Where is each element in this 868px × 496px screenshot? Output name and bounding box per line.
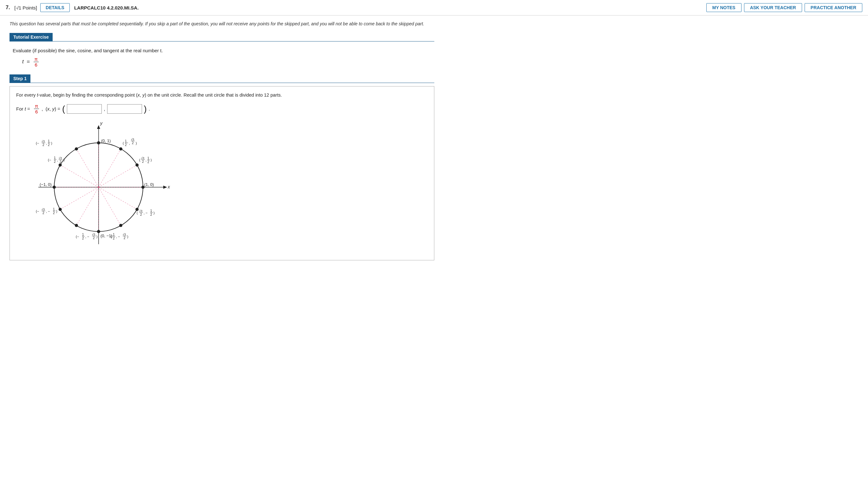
y-input[interactable] xyxy=(107,104,142,114)
svg-text:2: 2 xyxy=(48,143,50,146)
svg-text:2: 2 xyxy=(142,160,144,164)
svg-point-30 xyxy=(135,208,138,211)
practice-another-button[interactable]: PRACTICE ANOTHER xyxy=(805,3,862,12)
unit-circle-container: x y xyxy=(16,121,428,254)
svg-text:√3: √3 xyxy=(42,140,45,143)
comma-separator: , xyxy=(104,106,105,111)
svg-line-12 xyxy=(60,165,99,187)
svg-text:2: 2 xyxy=(150,213,152,216)
svg-point-27 xyxy=(75,224,78,227)
svg-text:2: 2 xyxy=(93,236,95,240)
points-label: [-/1 Points] xyxy=(14,5,37,11)
svg-line-14 xyxy=(60,187,99,210)
svg-text:2: 2 xyxy=(60,160,61,164)
input-fraction: π 6 xyxy=(34,103,39,114)
svg-text:1: 1 xyxy=(54,156,56,160)
svg-point-25 xyxy=(53,186,56,189)
svg-point-24 xyxy=(59,164,62,167)
svg-point-22 xyxy=(97,141,100,144)
svg-text:(−1, 0): (−1, 0) xyxy=(40,182,52,187)
svg-line-15 xyxy=(76,187,99,226)
svg-text:, −: , − xyxy=(116,235,120,238)
svg-text:(−: (− xyxy=(36,210,39,213)
svg-text:, −: , − xyxy=(144,211,148,215)
svg-text:): ) xyxy=(56,210,57,213)
svg-text:): ) xyxy=(136,141,137,145)
svg-text:): ) xyxy=(96,235,98,238)
input-prefix: For t = xyxy=(16,106,31,111)
my-notes-button[interactable]: MY NOTES xyxy=(706,3,742,12)
svg-text:(−: (− xyxy=(48,158,51,162)
unit-circle-svg: x y xyxy=(29,121,181,254)
svg-text:, −: , − xyxy=(46,210,50,213)
step1-section: Step 1 For every t-value, begin by findi… xyxy=(10,74,434,260)
period: . xyxy=(149,106,150,111)
input-mid: , (x, y) = xyxy=(42,106,60,111)
math-display-t: t = π 6 xyxy=(22,56,434,67)
svg-point-21 xyxy=(119,147,122,151)
svg-text:,: , xyxy=(46,141,47,145)
svg-text:2: 2 xyxy=(43,143,44,146)
svg-text:1: 1 xyxy=(48,139,50,143)
svg-text:√3: √3 xyxy=(141,156,144,160)
tutorial-header: Tutorial Exercise xyxy=(10,33,434,42)
svg-text:x: x xyxy=(167,184,170,189)
svg-text:2: 2 xyxy=(82,237,84,240)
svg-text:(0, 1): (0, 1) xyxy=(101,138,111,143)
svg-text:(: ( xyxy=(111,235,112,238)
svg-text:1: 1 xyxy=(125,139,127,143)
svg-text:√3: √3 xyxy=(131,138,134,141)
svg-text:2: 2 xyxy=(147,160,149,164)
svg-point-26 xyxy=(59,208,62,211)
svg-text:√3: √3 xyxy=(42,208,45,211)
svg-text:2: 2 xyxy=(124,236,125,240)
svg-text:1: 1 xyxy=(113,233,115,236)
open-paren: ( xyxy=(62,105,65,113)
svg-point-23 xyxy=(75,147,78,151)
step1-header: Step 1 xyxy=(10,74,434,83)
svg-marker-1 xyxy=(97,125,100,129)
input-row: For t = π 6 , (x, y) = ( , ) . xyxy=(16,103,428,114)
tutorial-instruction: Evaluate (if possible) the sine, cosine,… xyxy=(13,48,434,53)
svg-text:(: ( xyxy=(123,141,124,145)
header-bar: 7. [-/1 Points] DETAILS LARPCALC10 4.2.0… xyxy=(0,0,868,16)
x-input[interactable] xyxy=(67,104,102,114)
problem-code: LARPCALC10 4.2.020.MI.SA. xyxy=(74,5,138,11)
ask-teacher-button[interactable]: ASK YOUR TEACHER xyxy=(744,3,802,12)
tutorial-section: Tutorial Exercise Evaluate (if possible)… xyxy=(10,33,434,67)
step1-content: For every t-value, begin by finding the … xyxy=(10,86,434,260)
svg-marker-3 xyxy=(163,186,167,189)
main-content: This question has several parts that mus… xyxy=(0,16,444,270)
svg-text:2: 2 xyxy=(43,211,44,215)
svg-text:y: y xyxy=(100,121,103,126)
svg-text:,: , xyxy=(129,141,130,145)
svg-text:(−: (− xyxy=(76,235,79,238)
svg-text:1: 1 xyxy=(82,233,84,236)
svg-text:√3: √3 xyxy=(139,210,143,213)
svg-line-17 xyxy=(99,187,121,226)
info-text: This question has several parts that mus… xyxy=(10,20,434,27)
svg-text:1: 1 xyxy=(147,156,149,160)
svg-text:√3: √3 xyxy=(123,233,126,236)
svg-line-11 xyxy=(76,149,99,187)
svg-text:1: 1 xyxy=(150,209,152,213)
svg-line-18 xyxy=(99,187,137,210)
svg-line-8 xyxy=(99,165,137,187)
svg-point-28 xyxy=(97,230,100,233)
svg-text:√3: √3 xyxy=(92,233,95,236)
step1-label: Step 1 xyxy=(10,74,30,83)
header-right-buttons: MY NOTES ASK YOUR TEACHER PRACTICE ANOTH… xyxy=(706,3,862,12)
svg-text:2: 2 xyxy=(113,237,115,240)
svg-text:1: 1 xyxy=(53,207,55,211)
svg-text:(1, 0): (1, 0) xyxy=(144,182,154,187)
svg-text:): ) xyxy=(127,235,129,238)
details-button[interactable]: DETAILS xyxy=(40,3,70,12)
svg-text:, −: , − xyxy=(85,235,89,238)
tutorial-label: Tutorial Exercise xyxy=(10,33,53,41)
svg-text:): ) xyxy=(63,158,65,162)
svg-text:): ) xyxy=(153,211,155,215)
svg-point-29 xyxy=(119,224,122,227)
tutorial-content: Evaluate (if possible) the sine, cosine,… xyxy=(10,45,434,67)
svg-text:,: , xyxy=(146,158,147,162)
svg-text:2: 2 xyxy=(132,141,134,145)
